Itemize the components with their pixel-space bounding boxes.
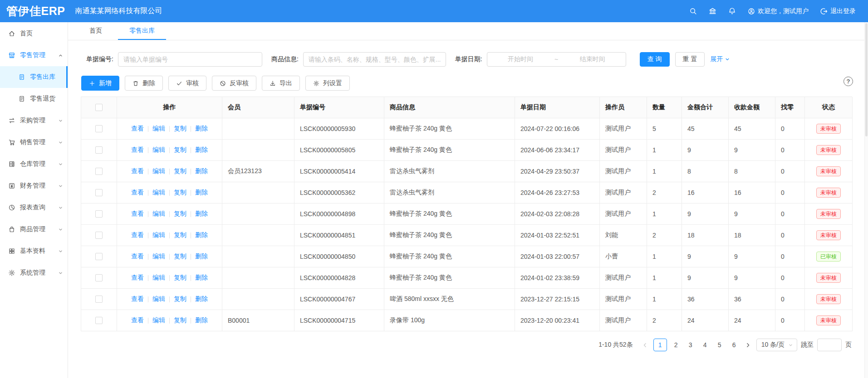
sidebar-item-basic-data[interactable]: 基本资料 [0,240,68,262]
page-scrollbar[interactable] [864,22,868,378]
page-size-select[interactable]: 10 条/页 [756,339,797,351]
row-action-view[interactable]: 查看 [131,210,144,218]
help-button[interactable]: ? [843,77,853,86]
sidebar-item-retail-return[interactable]: 零售退货 [0,88,68,110]
row-action-view[interactable]: 查看 [131,316,144,325]
delete-button[interactable]: 删除 [125,76,163,91]
row-action-copy[interactable]: 复制 [174,189,186,197]
row-action-view[interactable]: 查看 [131,231,144,239]
row-action-delete[interactable]: 删除 [195,231,208,239]
row-action-delete[interactable]: 删除 [195,316,208,325]
search-icon[interactable] [689,7,697,15]
sidebar-item-purchase-manage[interactable]: 采购管理 [0,110,68,131]
row-action-edit[interactable]: 编辑 [152,125,165,133]
sidebar-item-warehouse-manage[interactable]: 仓库管理 [0,153,68,175]
column-settings-button[interactable]: 列设置 [305,76,350,91]
jump-label: 跳至 [801,341,814,349]
sidebar-item-finance-manage[interactable]: 财务管理 [0,175,68,197]
row-action-view[interactable]: 查看 [131,295,144,303]
row-action-copy[interactable]: 复制 [174,146,186,154]
row-checkbox[interactable] [95,317,103,324]
row-action-edit[interactable]: 编辑 [152,316,165,325]
row-action-copy[interactable]: 复制 [174,316,186,325]
select-all-checkbox[interactable] [95,104,103,111]
row-action-view[interactable]: 查看 [131,167,144,175]
row-action-delete[interactable]: 删除 [195,189,208,197]
sidebar-item-retail-manage[interactable]: 零售管理 [0,44,68,66]
row-action-view[interactable]: 查看 [131,274,144,282]
logout-button[interactable]: 退出登录 [820,7,856,15]
bank-icon[interactable] [709,7,716,15]
page-button-4[interactable]: 4 [700,339,711,351]
tab-retail-out[interactable]: 零售出库 [118,22,166,40]
scrollbar-thumb[interactable] [865,23,868,136]
row-checkbox[interactable] [95,210,103,218]
row-action-copy[interactable]: 复制 [174,295,186,303]
expand-link[interactable]: 展开 [710,55,730,63]
sidebar-item-report-query[interactable]: 报表查询 [0,197,68,218]
row-checkbox[interactable] [95,274,103,281]
row-action-copy[interactable]: 复制 [174,231,186,239]
row-checkbox[interactable] [95,189,103,196]
row-checkbox[interactable] [95,146,103,154]
row-action-delete[interactable]: 删除 [195,125,208,133]
bill-no-input[interactable] [118,52,262,67]
reset-button[interactable]: 重 置 [675,52,705,67]
row-action-copy[interactable]: 复制 [174,274,186,282]
row-action-edit[interactable]: 编辑 [152,231,165,239]
audit-button[interactable]: 审核 [168,76,206,91]
action-separator [169,126,170,132]
row-action-edit[interactable]: 编辑 [152,210,165,218]
date-range-input[interactable]: 开始时间 ~ 结束时间 [487,52,626,67]
sidebar-item-sale-manage[interactable]: 销售管理 [0,131,68,153]
row-action-copy[interactable]: 复制 [174,252,186,261]
row-action-delete[interactable]: 删除 [195,146,208,154]
page-button-2[interactable]: 2 [671,339,682,351]
page-button-1[interactable]: 1 [653,339,667,351]
sidebar-item-retail-out[interactable]: 零售出库 [0,66,68,88]
export-button[interactable]: 导出 [262,76,300,91]
row-checkbox[interactable] [95,232,103,239]
row-action-view[interactable]: 查看 [131,252,144,261]
tabbar: 首页零售出库 [68,22,868,40]
row-action-view[interactable]: 查看 [131,189,144,197]
row-action-copy[interactable]: 复制 [174,167,186,175]
row-checkbox[interactable] [95,168,103,175]
row-action-copy[interactable]: 复制 [174,210,186,218]
page-button-5[interactable]: 5 [714,339,725,351]
next-page-button[interactable] [743,342,753,348]
prev-page-button[interactable] [640,342,650,348]
product-input[interactable] [303,52,446,67]
row-action-delete[interactable]: 删除 [195,274,208,282]
unaudit-button[interactable]: 反审核 [212,76,256,91]
row-action-copy[interactable]: 复制 [174,125,186,133]
row-action-delete[interactable]: 删除 [195,295,208,303]
row-action-view[interactable]: 查看 [131,146,144,154]
cell-received: 18 [729,225,775,246]
row-action-edit[interactable]: 编辑 [152,146,165,154]
row-action-edit[interactable]: 编辑 [152,189,165,197]
row-action-edit[interactable]: 编辑 [152,274,165,282]
bell-icon[interactable] [728,7,736,15]
row-action-view[interactable]: 查看 [131,125,144,133]
row-checkbox[interactable] [95,296,103,303]
row-action-delete[interactable]: 删除 [195,167,208,175]
row-action-edit[interactable]: 编辑 [152,295,165,303]
page-button-6[interactable]: 6 [729,339,740,351]
row-checkbox[interactable] [95,125,103,132]
tab-home[interactable]: 首页 [78,22,113,40]
page-button-3[interactable]: 3 [685,339,696,351]
cell-qty: 1 [647,246,682,267]
user-menu[interactable]: 欢迎您，测试用户 [748,7,809,15]
sidebar-item-home[interactable]: 首页 [0,23,68,44]
jump-input[interactable] [817,339,842,351]
row-action-delete[interactable]: 删除 [195,210,208,218]
sidebar-item-system-manage[interactable]: 系统管理 [0,262,68,284]
search-button[interactable]: 查 询 [640,52,670,67]
row-checkbox[interactable] [95,253,103,260]
row-action-edit[interactable]: 编辑 [152,252,165,261]
row-action-delete[interactable]: 删除 [195,252,208,261]
add-button[interactable]: 新增 [81,76,119,91]
row-action-edit[interactable]: 编辑 [152,167,165,175]
sidebar-item-goods-manage[interactable]: 商品管理 [0,218,68,240]
